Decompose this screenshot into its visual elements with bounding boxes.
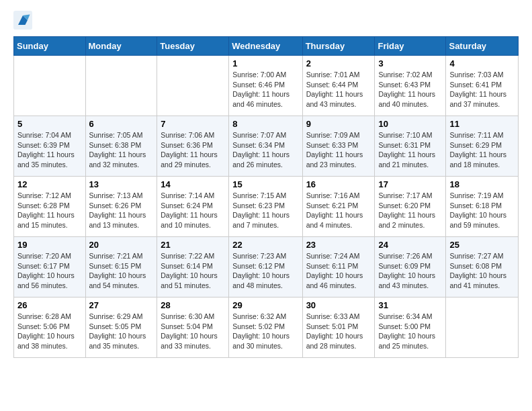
day-number: 3 bbox=[378, 58, 442, 68]
day-info: Sunrise: 7:13 AM Sunset: 6:26 PM Dayligh… bbox=[89, 191, 154, 230]
day-info: Sunrise: 7:15 AM Sunset: 6:23 PM Dayligh… bbox=[232, 191, 298, 230]
calendar-cell: 1Sunrise: 7:00 AM Sunset: 6:46 PM Daylig… bbox=[229, 56, 302, 116]
day-info: Sunrise: 7:19 AM Sunset: 6:18 PM Dayligh… bbox=[449, 191, 515, 230]
calendar-cell: 17Sunrise: 7:17 AM Sunset: 6:20 PM Dayli… bbox=[375, 177, 446, 237]
page: Sunday Monday Tuesday Wednesday Thursday… bbox=[0, 0, 532, 369]
calendar-cell: 18Sunrise: 7:19 AM Sunset: 6:18 PM Dayli… bbox=[446, 177, 519, 237]
day-info: Sunrise: 7:11 AM Sunset: 6:29 PM Dayligh… bbox=[449, 130, 515, 170]
week-row-3: 12Sunrise: 7:12 AM Sunset: 6:28 PM Dayli… bbox=[14, 177, 519, 237]
day-info: Sunrise: 7:05 AM Sunset: 6:38 PM Dayligh… bbox=[89, 130, 154, 170]
header-friday: Friday bbox=[375, 37, 446, 56]
calendar-cell: 20Sunrise: 7:21 AM Sunset: 6:15 PM Dayli… bbox=[85, 237, 157, 298]
day-info: Sunrise: 7:06 AM Sunset: 6:36 PM Dayligh… bbox=[161, 130, 225, 170]
day-number: 13 bbox=[89, 179, 154, 189]
day-number: 30 bbox=[306, 300, 371, 310]
week-row-4: 19Sunrise: 7:20 AM Sunset: 6:17 PM Dayli… bbox=[14, 237, 519, 298]
calendar-cell: 4Sunrise: 7:03 AM Sunset: 6:41 PM Daylig… bbox=[446, 56, 519, 116]
day-info: Sunrise: 7:00 AM Sunset: 6:46 PM Dayligh… bbox=[232, 70, 298, 109]
logo-icon bbox=[13, 11, 32, 30]
day-number: 16 bbox=[306, 179, 371, 189]
calendar-cell: 9Sunrise: 7:09 AM Sunset: 6:33 PM Daylig… bbox=[302, 116, 375, 177]
calendar-cell: 16Sunrise: 7:16 AM Sunset: 6:21 PM Dayli… bbox=[302, 177, 375, 237]
day-info: Sunrise: 7:12 AM Sunset: 6:28 PM Dayligh… bbox=[17, 191, 82, 230]
day-number: 1 bbox=[232, 58, 298, 68]
day-info: Sunrise: 7:01 AM Sunset: 6:44 PM Dayligh… bbox=[306, 70, 371, 109]
calendar-cell: 29Sunrise: 6:32 AM Sunset: 5:02 PM Dayli… bbox=[229, 298, 302, 358]
day-info: Sunrise: 6:30 AM Sunset: 5:04 PM Dayligh… bbox=[161, 312, 225, 351]
day-number: 21 bbox=[161, 240, 225, 250]
calendar-cell: 25Sunrise: 7:27 AM Sunset: 6:08 PM Dayli… bbox=[446, 237, 519, 298]
day-number: 31 bbox=[378, 300, 442, 310]
calendar-cell: 14Sunrise: 7:14 AM Sunset: 6:24 PM Dayli… bbox=[157, 177, 229, 237]
day-info: Sunrise: 6:28 AM Sunset: 5:06 PM Dayligh… bbox=[17, 312, 82, 351]
header bbox=[13, 11, 519, 30]
day-number: 23 bbox=[306, 240, 371, 250]
day-info: Sunrise: 7:14 AM Sunset: 6:24 PM Dayligh… bbox=[161, 191, 225, 230]
day-number: 8 bbox=[232, 119, 298, 129]
calendar-cell: 13Sunrise: 7:13 AM Sunset: 6:26 PM Dayli… bbox=[85, 177, 157, 237]
day-number: 12 bbox=[17, 179, 82, 189]
day-number: 9 bbox=[306, 119, 371, 129]
day-number: 2 bbox=[306, 58, 371, 68]
day-info: Sunrise: 7:22 AM Sunset: 6:14 PM Dayligh… bbox=[161, 251, 225, 291]
calendar-cell: 26Sunrise: 6:28 AM Sunset: 5:06 PM Dayli… bbox=[14, 298, 86, 358]
day-info: Sunrise: 7:03 AM Sunset: 6:41 PM Dayligh… bbox=[449, 70, 515, 109]
header-tuesday: Tuesday bbox=[157, 37, 229, 56]
calendar-cell: 22Sunrise: 7:23 AM Sunset: 6:12 PM Dayli… bbox=[229, 237, 302, 298]
day-info: Sunrise: 6:34 AM Sunset: 5:00 PM Dayligh… bbox=[378, 312, 442, 351]
day-number: 15 bbox=[232, 179, 298, 189]
header-saturday: Saturday bbox=[446, 37, 519, 56]
calendar-cell: 6Sunrise: 7:05 AM Sunset: 6:38 PM Daylig… bbox=[85, 116, 157, 177]
day-info: Sunrise: 7:23 AM Sunset: 6:12 PM Dayligh… bbox=[232, 251, 298, 291]
calendar-cell: 30Sunrise: 6:33 AM Sunset: 5:01 PM Dayli… bbox=[302, 298, 375, 358]
calendar-cell: 7Sunrise: 7:06 AM Sunset: 6:36 PM Daylig… bbox=[157, 116, 229, 177]
day-number: 18 bbox=[449, 179, 515, 189]
calendar-cell bbox=[157, 56, 229, 116]
day-number: 19 bbox=[17, 240, 82, 250]
calendar-cell: 21Sunrise: 7:22 AM Sunset: 6:14 PM Dayli… bbox=[157, 237, 229, 298]
calendar-cell bbox=[446, 298, 519, 358]
day-number: 24 bbox=[378, 240, 442, 250]
day-info: Sunrise: 6:32 AM Sunset: 5:02 PM Dayligh… bbox=[232, 312, 298, 351]
day-info: Sunrise: 7:21 AM Sunset: 6:15 PM Dayligh… bbox=[89, 251, 154, 291]
calendar-cell: 15Sunrise: 7:15 AM Sunset: 6:23 PM Dayli… bbox=[229, 177, 302, 237]
day-number: 4 bbox=[449, 58, 515, 68]
calendar-cell: 24Sunrise: 7:26 AM Sunset: 6:09 PM Dayli… bbox=[375, 237, 446, 298]
day-number: 25 bbox=[449, 240, 515, 250]
day-info: Sunrise: 7:04 AM Sunset: 6:39 PM Dayligh… bbox=[17, 130, 82, 170]
day-info: Sunrise: 7:02 AM Sunset: 6:43 PM Dayligh… bbox=[378, 70, 442, 109]
calendar-cell bbox=[85, 56, 157, 116]
day-number: 7 bbox=[161, 119, 225, 129]
day-info: Sunrise: 7:10 AM Sunset: 6:31 PM Dayligh… bbox=[378, 130, 442, 170]
day-number: 6 bbox=[89, 119, 154, 129]
day-info: Sunrise: 7:16 AM Sunset: 6:21 PM Dayligh… bbox=[306, 191, 371, 230]
day-number: 11 bbox=[449, 119, 515, 129]
logo bbox=[13, 11, 35, 30]
calendar-cell: 31Sunrise: 6:34 AM Sunset: 5:00 PM Dayli… bbox=[375, 298, 446, 358]
day-info: Sunrise: 7:09 AM Sunset: 6:33 PM Dayligh… bbox=[306, 130, 371, 170]
day-info: Sunrise: 7:26 AM Sunset: 6:09 PM Dayligh… bbox=[378, 251, 442, 291]
header-thursday: Thursday bbox=[302, 37, 375, 56]
day-info: Sunrise: 7:20 AM Sunset: 6:17 PM Dayligh… bbox=[17, 251, 82, 291]
calendar-cell: 28Sunrise: 6:30 AM Sunset: 5:04 PM Dayli… bbox=[157, 298, 229, 358]
day-number: 14 bbox=[161, 179, 225, 189]
calendar-cell: 8Sunrise: 7:07 AM Sunset: 6:34 PM Daylig… bbox=[229, 116, 302, 177]
day-info: Sunrise: 6:29 AM Sunset: 5:05 PM Dayligh… bbox=[89, 312, 154, 351]
day-info: Sunrise: 7:17 AM Sunset: 6:20 PM Dayligh… bbox=[378, 191, 442, 230]
calendar-cell: 27Sunrise: 6:29 AM Sunset: 5:05 PM Dayli… bbox=[85, 298, 157, 358]
calendar-cell: 12Sunrise: 7:12 AM Sunset: 6:28 PM Dayli… bbox=[14, 177, 86, 237]
weekday-header-row: Sunday Monday Tuesday Wednesday Thursday… bbox=[14, 37, 519, 56]
calendar-cell bbox=[14, 56, 86, 116]
day-info: Sunrise: 7:27 AM Sunset: 6:08 PM Dayligh… bbox=[449, 251, 515, 291]
day-number: 20 bbox=[89, 240, 154, 250]
calendar: Sunday Monday Tuesday Wednesday Thursday… bbox=[13, 36, 519, 358]
week-row-2: 5Sunrise: 7:04 AM Sunset: 6:39 PM Daylig… bbox=[14, 116, 519, 177]
calendar-cell: 3Sunrise: 7:02 AM Sunset: 6:43 PM Daylig… bbox=[375, 56, 446, 116]
day-info: Sunrise: 6:33 AM Sunset: 5:01 PM Dayligh… bbox=[306, 312, 371, 351]
calendar-cell: 11Sunrise: 7:11 AM Sunset: 6:29 PM Dayli… bbox=[446, 116, 519, 177]
calendar-cell: 5Sunrise: 7:04 AM Sunset: 6:39 PM Daylig… bbox=[14, 116, 86, 177]
day-number: 27 bbox=[89, 300, 154, 310]
calendar-cell: 10Sunrise: 7:10 AM Sunset: 6:31 PM Dayli… bbox=[375, 116, 446, 177]
day-number: 26 bbox=[17, 300, 82, 310]
day-number: 29 bbox=[232, 300, 298, 310]
